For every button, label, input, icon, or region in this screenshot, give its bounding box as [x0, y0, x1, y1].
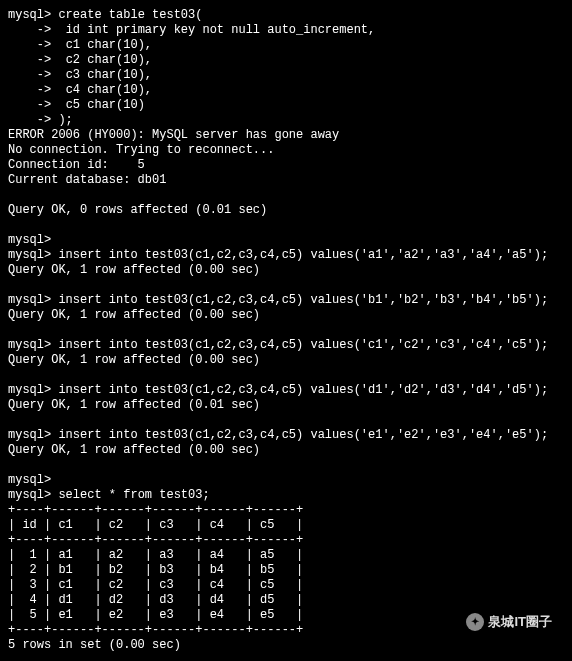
watermark: ✦ 泉城IT圈子	[466, 613, 552, 631]
sql-line: -> c5 char(10)	[8, 98, 564, 113]
prompt-line: mysql>	[8, 473, 564, 488]
result-line: Query OK, 1 row affected (0.00 sec)	[8, 443, 564, 458]
result-line: 5 rows in set (0.00 sec)	[8, 638, 564, 653]
table-header: | id | c1 | c2 | c3 | c4 | c5 |	[8, 518, 564, 533]
terminal[interactable]: mysql> create table test03( -> id int pr…	[8, 8, 564, 653]
table-row: | 4 | d1 | d2 | d3 | d4 | d5 |	[8, 593, 564, 608]
sql-line: mysql> insert into test03(c1,c2,c3,c4,c5…	[8, 428, 564, 443]
sql-line: -> c3 char(10),	[8, 68, 564, 83]
blank-line	[8, 368, 564, 383]
sql-line: mysql> insert into test03(c1,c2,c3,c4,c5…	[8, 338, 564, 353]
table-row: | 3 | c1 | c2 | c3 | c4 | c5 |	[8, 578, 564, 593]
sql-line: mysql> insert into test03(c1,c2,c3,c4,c5…	[8, 293, 564, 308]
table-row: | 1 | a1 | a2 | a3 | a4 | a5 |	[8, 548, 564, 563]
sql-line: -> c1 char(10),	[8, 38, 564, 53]
prompt-line: mysql>	[8, 233, 564, 248]
blank-line	[8, 188, 564, 203]
result-line: Query OK, 0 rows affected (0.01 sec)	[8, 203, 564, 218]
sql-line: -> c4 char(10),	[8, 83, 564, 98]
result-line: Query OK, 1 row affected (0.00 sec)	[8, 308, 564, 323]
result-line: Query OK, 1 row affected (0.00 sec)	[8, 353, 564, 368]
result-line: Query OK, 1 row affected (0.01 sec)	[8, 398, 564, 413]
sql-line: mysql> create table test03(	[8, 8, 564, 23]
sql-line: mysql> select * from test03;	[8, 488, 564, 503]
blank-line	[8, 458, 564, 473]
wechat-icon: ✦	[466, 613, 484, 631]
blank-line	[8, 413, 564, 428]
table-row: | 2 | b1 | b2 | b3 | b4 | b5 |	[8, 563, 564, 578]
error-line: ERROR 2006 (HY000): MySQL server has gon…	[8, 128, 564, 143]
sql-line: mysql> insert into test03(c1,c2,c3,c4,c5…	[8, 248, 564, 263]
table-border: +----+------+------+------+------+------…	[8, 503, 564, 518]
sql-line: -> id int primary key not null auto_incr…	[8, 23, 564, 38]
sql-line: -> );	[8, 113, 564, 128]
error-line: Connection id: 5	[8, 158, 564, 173]
result-line: Query OK, 1 row affected (0.00 sec)	[8, 263, 564, 278]
error-line: Current database: db01	[8, 173, 564, 188]
sql-line: -> c2 char(10),	[8, 53, 564, 68]
sql-line: mysql> insert into test03(c1,c2,c3,c4,c5…	[8, 383, 564, 398]
table-border: +----+------+------+------+------+------…	[8, 533, 564, 548]
error-line: No connection. Trying to reconnect...	[8, 143, 564, 158]
blank-line	[8, 218, 564, 233]
watermark-text: 泉城IT圈子	[488, 614, 552, 630]
blank-line	[8, 278, 564, 293]
blank-line	[8, 323, 564, 338]
